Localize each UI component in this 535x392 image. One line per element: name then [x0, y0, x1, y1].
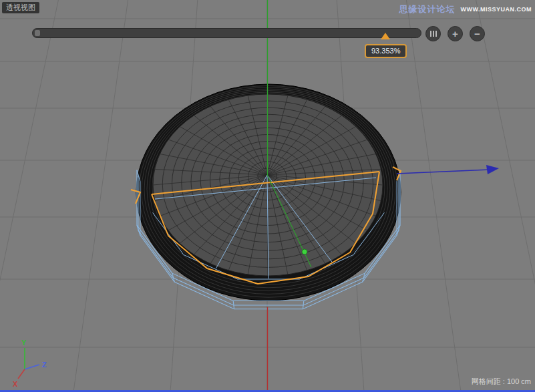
- grid-spacing-label: 网格间距 : 100 cm: [472, 377, 531, 387]
- axis-y-label: Y: [21, 339, 27, 347]
- gizmo-z-axis: [25, 365, 39, 369]
- watermark-site-url: WWW.MISSYUAN.COM: [461, 6, 532, 13]
- view-label: 透视视图: [2, 2, 39, 13]
- timeline-marker-icon[interactable]: [381, 33, 390, 39]
- minus-icon: −: [474, 28, 480, 39]
- timeline-slider[interactable]: [32, 28, 421, 38]
- timeline-start-handle[interactable]: [35, 30, 40, 36]
- axis-z-label: Z: [42, 361, 47, 369]
- selected-point-handle[interactable]: [302, 249, 307, 254]
- plus-icon: +: [452, 28, 458, 39]
- zoom-in-button[interactable]: +: [448, 26, 463, 41]
- pause-icon: [430, 31, 437, 37]
- viewport-controls: + −: [425, 26, 485, 41]
- watermark-site-name: 思缘设计论坛: [399, 3, 456, 15]
- pause-button[interactable]: [425, 26, 441, 41]
- viewport[interactable]: 透视视图 思缘设计论坛 WWW.MISSYUAN.COM 93.353% + −…: [0, 0, 535, 392]
- timeline-value-badge: 93.353%: [365, 44, 407, 58]
- axis-gizmo: Y Z X: [4, 336, 57, 391]
- watermark: 思缘设计论坛 WWW.MISSYUAN.COM: [399, 3, 532, 15]
- zoom-out-button[interactable]: −: [470, 26, 485, 41]
- gizmo-x-axis: [18, 369, 25, 379]
- axis-x-label: X: [13, 380, 18, 388]
- viewport-canvas[interactable]: [0, 0, 535, 392]
